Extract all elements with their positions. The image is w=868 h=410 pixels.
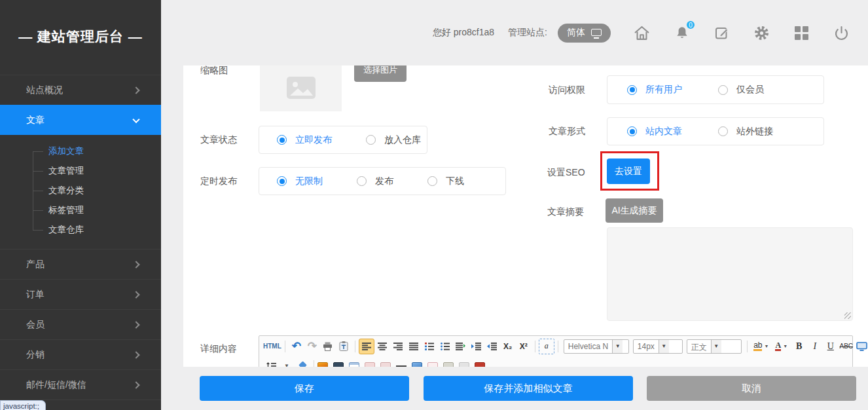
resize-grip-icon[interactable] <box>844 312 851 319</box>
dropdown-arrow-icon: ▼ <box>659 340 669 353</box>
indent-increase-button[interactable] <box>469 339 484 354</box>
save-and-add-similar-button[interactable]: 保存并添加相似文章 <box>424 376 633 401</box>
dropdown-arrow-icon: ▼ <box>711 340 721 353</box>
indent-decrease-icon <box>487 343 497 350</box>
save-label: 保存 <box>295 382 314 394</box>
settings-button[interactable] <box>753 24 770 42</box>
chevron-right-icon <box>132 261 139 268</box>
submenu-item-tag-manage[interactable]: 标签管理 <box>0 200 161 220</box>
language-toggle-button[interactable]: 简体 <box>558 24 611 43</box>
top-bar: 您好 pro8cf1a8 管理站点: 简体 0 <box>161 0 868 65</box>
bold-button[interactable]: B <box>791 339 807 354</box>
sidebar-item-products[interactable]: 产品 <box>0 249 161 279</box>
highlight-color-button[interactable]: ab ▼ <box>751 339 772 354</box>
apps-button[interactable] <box>793 24 810 42</box>
chevron-right-icon <box>132 321 139 328</box>
redo-button[interactable]: ↷ <box>304 339 320 354</box>
italic-button[interactable]: I <box>807 339 823 354</box>
anchor-button[interactable] <box>427 362 438 367</box>
insert-image-button[interactable] <box>317 362 328 367</box>
article-status-label: 文章状态 <box>200 134 237 146</box>
thumbnail-placeholder[interactable] <box>260 65 342 111</box>
font-color-label: A <box>775 341 781 351</box>
app-title: — 建站管理后台 — <box>0 0 161 46</box>
radio-label: 站外链接 <box>736 126 773 138</box>
scheduled-publish-group: 无限制 发布 下线 <box>259 167 506 195</box>
unordered-list-button[interactable] <box>437 339 453 354</box>
align-left-button[interactable] <box>359 339 374 354</box>
access-rights-group: 所有用户 仅会员 <box>607 75 824 104</box>
line-height-arrow[interactable]: ▼ <box>279 358 295 367</box>
align-center-button[interactable] <box>374 339 390 354</box>
toolbar-separator <box>558 341 558 352</box>
save-button[interactable]: 保存 <box>200 376 409 401</box>
radio-all-users[interactable]: 所有用户 <box>627 84 682 96</box>
grid-icon <box>795 26 808 40</box>
insert-table-button[interactable] <box>349 362 359 367</box>
align-justify-button[interactable] <box>406 339 422 354</box>
submenu-item-article-manage[interactable]: 文章管理 <box>0 161 161 181</box>
ordered-list-button[interactable] <box>422 339 437 354</box>
font-size-select[interactable]: 14px ▼ <box>633 339 683 354</box>
notifications-button[interactable]: 0 <box>673 24 691 42</box>
paste-button[interactable] <box>336 339 352 354</box>
strikethrough-button[interactable]: ABC <box>839 339 854 354</box>
dropdown-arrow-icon: ▼ <box>783 344 787 348</box>
summary-textarea[interactable] <box>607 227 853 321</box>
home-button[interactable] <box>633 24 651 42</box>
auto-typeset-button[interactable]: a <box>539 339 554 354</box>
seo-setup-button[interactable]: 去设置 <box>607 158 650 184</box>
radio-no-limit[interactable]: 无限制 <box>277 176 323 187</box>
highlight-label: ab <box>753 342 762 351</box>
sidebar-item-site-overview[interactable]: 站点概况 <box>0 75 161 105</box>
image-map-button[interactable] <box>412 362 422 367</box>
sidebar-item-distribution[interactable]: 分销 <box>0 339 161 369</box>
ai-generate-summary-button[interactable]: AI生成摘要 <box>606 198 663 223</box>
sidebar-item-articles[interactable]: 文章 <box>0 105 161 135</box>
radio-selected-icon <box>277 176 287 186</box>
sidebar-item-members[interactable]: 会员 <box>0 309 161 339</box>
submenu-item-article-category[interactable]: 文章分类 <box>0 181 161 200</box>
subscript-button[interactable]: X₂ <box>500 339 516 354</box>
insert-video-button[interactable] <box>333 362 344 367</box>
radio-publish-now[interactable]: 立即发布 <box>277 134 332 146</box>
article-status-group: 立即发布 放入仓库 <box>259 126 427 154</box>
merge-cells-button[interactable] <box>380 362 391 367</box>
submenu-item-article-warehouse[interactable]: 文章仓库 <box>0 220 161 240</box>
radio-publish-at[interactable]: 发布 <box>357 176 393 187</box>
attach-pdf-button[interactable] <box>475 362 485 367</box>
submenu-item-add-article[interactable]: 添加文章 <box>0 141 161 161</box>
dropdown-arrow-icon: ▼ <box>764 344 769 348</box>
radio-selected-icon <box>627 126 637 136</box>
cancel-button[interactable]: 取消 <box>647 376 856 401</box>
underline-button[interactable]: U <box>823 339 839 354</box>
indent-decrease-button[interactable] <box>484 339 500 354</box>
font-color-button[interactable]: A ▼ <box>772 339 791 354</box>
html-source-button[interactable]: HTML <box>263 339 281 354</box>
horizontal-rule-button[interactable] <box>396 365 407 367</box>
choose-image-button[interactable]: 选择图片 <box>354 65 407 82</box>
font-family-select[interactable]: Helvetica N ▼ <box>564 339 629 354</box>
line-height-button[interactable] <box>263 358 279 367</box>
remove-link-button[interactable] <box>459 362 469 367</box>
format-eraser-button[interactable] <box>295 358 310 367</box>
paragraph-indent-button[interactable] <box>453 339 469 354</box>
paragraph-format-select[interactable]: 正文 ▼ <box>687 339 742 354</box>
radio-members-only[interactable]: 仅会员 <box>718 84 764 96</box>
radio-external-link[interactable]: 站外链接 <box>718 126 773 138</box>
superscript-button[interactable]: X² <box>516 339 532 354</box>
insert-link-button[interactable] <box>443 362 454 367</box>
page-break-button[interactable] <box>365 362 375 367</box>
radio-internal-article[interactable]: 站内文章 <box>627 126 682 138</box>
print-button[interactable] <box>320 339 336 354</box>
radio-to-warehouse[interactable]: 放入仓库 <box>366 134 421 146</box>
edit-button[interactable] <box>713 24 731 42</box>
sidebar-item-mail-sms-wechat[interactable]: 邮件/短信/微信 <box>0 369 161 400</box>
sidebar-item-orders[interactable]: 订单 <box>0 279 161 309</box>
align-right-button[interactable] <box>390 339 406 354</box>
logout-button[interactable] <box>833 24 850 42</box>
undo-button[interactable]: ↶ <box>289 339 304 354</box>
edit-icon <box>714 24 731 41</box>
radio-offline-at[interactable]: 下线 <box>427 176 464 187</box>
fullscreen-button[interactable] <box>854 339 868 354</box>
